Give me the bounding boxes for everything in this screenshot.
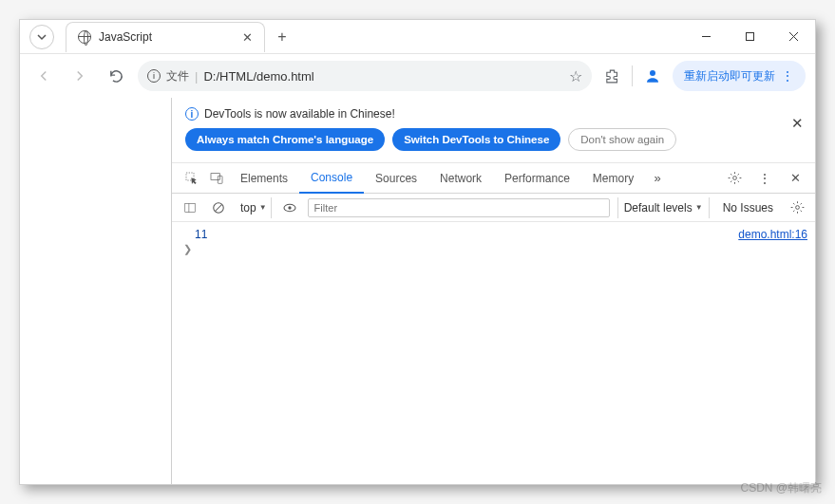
sidebar-toggle-icon[interactable] [180,197,200,218]
banner-close-icon[interactable]: ✕ [791,115,804,132]
switch-chinese-button[interactable]: Switch DevTools to Chinese [392,128,560,151]
url-bar[interactable]: i 文件 | D:/HTML/demo.html ☆ [138,61,592,91]
svg-point-12 [288,206,291,209]
svg-point-6 [732,177,736,180]
tab-elements[interactable]: Elements [229,163,299,194]
close-devtools-icon[interactable]: ✕ [783,166,807,191]
inspect-icon[interactable] [180,166,204,191]
clear-console-icon[interactable] [208,197,229,218]
tab-sources[interactable]: Sources [364,163,428,194]
page-info-icon[interactable]: i [147,69,161,83]
banner-message: DevTools is now available in Chinese! [204,107,395,121]
new-tab-button[interactable]: + [269,24,295,50]
console-prompt[interactable]: ❯ [180,241,807,257]
language-banner: i DevTools is now available in Chinese! … [172,98,815,163]
forward-button[interactable] [66,62,94,90]
update-button[interactable]: 重新启动即可更新 ⋮ [673,61,806,91]
chevron-down-icon: ▼ [695,203,703,212]
log-source-link[interactable]: demo.html:16 [738,228,807,241]
globe-icon [78,30,91,44]
svg-rect-4 [211,173,219,179]
tab-network[interactable]: Network [428,163,493,194]
devtools-tabs: Elements Console Sources Network Perform… [172,163,815,194]
svg-rect-1 [746,33,753,41]
minimize-button[interactable] [684,20,728,54]
browser-window: JavaScript ✕ + i 文件 | D:/HTML/demo.html … [19,19,816,485]
svg-line-10 [216,204,222,211]
bookmark-icon[interactable]: ☆ [569,67,582,85]
close-window-button[interactable] [771,20,815,54]
device-icon[interactable] [204,166,229,191]
url-text: D:/HTML/demo.html [203,69,563,84]
svg-rect-7 [185,203,196,212]
devtools-panel: i DevTools is now available in Chinese! … [172,98,815,484]
more-tabs-icon[interactable]: » [645,166,670,191]
watermark: CSDN @韩曙亮 [740,480,822,496]
filter-input[interactable] [308,198,610,217]
info-icon: i [185,107,199,121]
log-entry: 11 demo.html:16 [180,228,807,241]
page-content [20,98,172,484]
kebab-icon: ⋮ [781,68,794,84]
svg-point-13 [795,206,799,210]
titlebar: JavaScript ✕ + [20,20,815,54]
log-value: 11 [180,228,207,241]
tab-memory[interactable]: Memory [581,163,645,194]
address-bar: i 文件 | D:/HTML/demo.html ☆ 重新启动即可更新 ⋮ [20,54,815,98]
chevron-down-icon: ▼ [259,203,267,212]
context-selector[interactable]: top ▼ [237,197,272,218]
browser-tab[interactable]: JavaScript ✕ [66,22,265,52]
tab-performance[interactable]: Performance [493,163,581,194]
tab-console[interactable]: Console [299,163,364,194]
console-log: 11 demo.html:16 ❯ [172,222,815,484]
close-tab-icon[interactable]: ✕ [242,30,253,45]
settings-icon[interactable] [722,166,747,191]
live-expression-icon[interactable] [279,197,300,218]
log-levels-selector[interactable]: Default levels ▼ [617,197,710,218]
match-language-button[interactable]: Always match Chrome's language [185,128,385,151]
menu-icon[interactable]: ⋮ [752,166,777,191]
maximize-button[interactable] [728,20,771,54]
page-body: i DevTools is now available in Chinese! … [20,98,815,484]
svg-point-2 [650,70,655,76]
reload-button[interactable] [102,62,130,90]
dont-show-button[interactable]: Don't show again [568,128,676,151]
console-settings-icon[interactable] [787,197,807,218]
file-label: 文件 [166,68,189,84]
back-button[interactable] [29,62,58,90]
console-toolbar: top ▼ Default levels ▼ No Issues [172,194,815,222]
extensions-icon[interactable] [599,64,624,88]
tab-dropdown[interactable] [29,25,54,49]
update-label: 重新启动即可更新 [684,68,775,84]
tab-title: JavaScript [99,30,235,44]
window-controls [684,20,815,54]
issues-link[interactable]: No Issues [717,201,779,215]
profile-icon[interactable] [640,64,665,88]
